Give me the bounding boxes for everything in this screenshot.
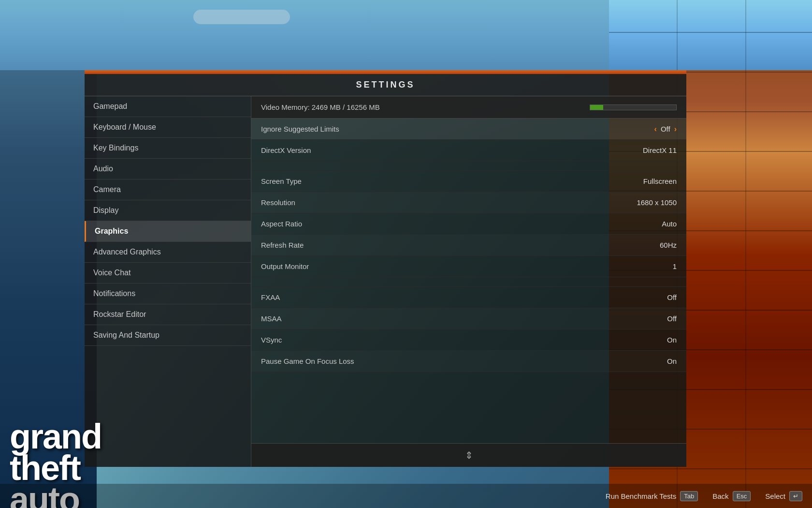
setting-spacer-1 bbox=[251, 161, 686, 171]
sidebar-item-display[interactable]: Display bbox=[85, 200, 251, 221]
setting-row-pause-game-focus-loss[interactable]: Pause Game On Focus Loss On bbox=[251, 351, 686, 372]
settings-panel: SETTINGS Gamepad Keyboard / Mouse Key Bi… bbox=[85, 70, 686, 467]
sidebar-item-notifications[interactable]: Notifications bbox=[85, 284, 251, 304]
arrow-right-icon[interactable]: › bbox=[674, 125, 677, 134]
back-action[interactable]: Back Esc bbox=[712, 491, 751, 501]
sidebar-item-voice-chat[interactable]: Voice Chat bbox=[85, 263, 251, 284]
select-key: ↵ bbox=[789, 491, 802, 501]
setting-label-vsync: VSync bbox=[261, 336, 282, 344]
setting-value-fxaa: Off bbox=[667, 293, 677, 301]
title-content: SETTINGS bbox=[85, 74, 686, 96]
setting-label-resolution: Resolution bbox=[261, 198, 295, 207]
sidebar-item-rockstar-editor[interactable]: Rockstar Editor bbox=[85, 304, 251, 325]
memory-fill bbox=[590, 105, 603, 110]
ignore-limits-value: Off bbox=[661, 125, 670, 133]
settings-content: Video Memory: 2469 MB / 16256 MB Ignore … bbox=[251, 96, 686, 467]
setting-label-screen-type: Screen Type bbox=[261, 177, 302, 185]
sidebar-item-graphics[interactable]: Graphics bbox=[85, 221, 251, 242]
setting-value-pause-game-focus-loss: On bbox=[667, 357, 677, 365]
back-label: Back bbox=[712, 492, 728, 500]
arrow-left-icon[interactable]: ‹ bbox=[654, 125, 657, 134]
sidebar-item-audio[interactable]: Audio bbox=[85, 159, 251, 179]
setting-row-ignore-suggested-limits[interactable]: Ignore Suggested Limits ‹ Off › bbox=[251, 119, 686, 140]
sidebar-item-gamepad[interactable]: Gamepad bbox=[85, 96, 251, 117]
setting-row-output-monitor[interactable]: Output Monitor 1 bbox=[251, 256, 686, 277]
content-area: Gamepad Keyboard / Mouse Key Bindings Au… bbox=[85, 96, 686, 467]
setting-label-fxaa: FXAA bbox=[261, 293, 280, 301]
run-benchmark-action[interactable]: Run Benchmark Tests Tab bbox=[606, 491, 698, 501]
setting-value-aspect-ratio: Auto bbox=[662, 220, 677, 228]
title-bar-accent bbox=[85, 70, 686, 74]
setting-label-pause-game-focus-loss: Pause Game On Focus Loss bbox=[261, 357, 354, 365]
setting-label-ignore-suggested-limits: Ignore Suggested Limits bbox=[261, 125, 339, 133]
memory-progress-bar bbox=[590, 105, 677, 110]
sidebar-item-advanced-graphics[interactable]: Advanced Graphics bbox=[85, 242, 251, 263]
setting-value-ignore-suggested-limits: ‹ Off › bbox=[654, 125, 677, 134]
settings-title: SETTINGS bbox=[356, 80, 415, 90]
sidebar-item-key-bindings[interactable]: Key Bindings bbox=[85, 138, 251, 159]
run-benchmark-key: Tab bbox=[680, 491, 698, 501]
setting-value-output-monitor: 1 bbox=[673, 262, 677, 270]
setting-label-directx-version: DirectX Version bbox=[261, 146, 311, 154]
scroll-arrows-icon: ⇕ bbox=[465, 449, 473, 461]
setting-row-vsync[interactable]: VSync On bbox=[251, 329, 686, 351]
setting-label-refresh-rate: Refresh Rate bbox=[261, 241, 304, 249]
run-benchmark-label: Run Benchmark Tests bbox=[606, 492, 676, 500]
setting-value-directx-version: DirectX 11 bbox=[643, 146, 677, 154]
sidebar-item-keyboard-mouse[interactable]: Keyboard / Mouse bbox=[85, 117, 251, 138]
select-action[interactable]: Select ↵ bbox=[765, 491, 802, 501]
setting-row-aspect-ratio[interactable]: Aspect Ratio Auto bbox=[251, 213, 686, 235]
setting-value-vsync: On bbox=[667, 336, 677, 344]
bottom-bar: Run Benchmark Tests Tab Back Esc Select … bbox=[0, 484, 812, 508]
sidebar: Gamepad Keyboard / Mouse Key Bindings Au… bbox=[85, 96, 251, 467]
setting-value-screen-type: Fullscreen bbox=[643, 177, 677, 185]
setting-row-directx-version[interactable]: DirectX Version DirectX 11 bbox=[251, 140, 686, 161]
setting-spacer-2 bbox=[251, 277, 686, 287]
setting-label-aspect-ratio: Aspect Ratio bbox=[261, 220, 302, 228]
scroll-indicator: ⇕ bbox=[251, 443, 686, 467]
setting-row-fxaa[interactable]: FXAA Off bbox=[251, 287, 686, 308]
setting-label-msaa: MSAA bbox=[261, 314, 282, 323]
back-key: Esc bbox=[733, 491, 751, 501]
setting-label-output-monitor: Output Monitor bbox=[261, 262, 309, 270]
setting-row-refresh-rate[interactable]: Refresh Rate 60Hz bbox=[251, 235, 686, 256]
setting-row-screen-type[interactable]: Screen Type Fullscreen bbox=[251, 171, 686, 192]
setting-row-resolution[interactable]: Resolution 812 x 508 bbox=[251, 192, 686, 213]
select-label: Select bbox=[765, 492, 785, 500]
video-memory-bar: Video Memory: 2469 MB / 16256 MB bbox=[251, 96, 686, 119]
sidebar-item-saving-startup[interactable]: Saving And Startup bbox=[85, 325, 251, 346]
setting-value-resolution: 812 x 508 bbox=[637, 198, 677, 207]
setting-value-msaa: Off bbox=[667, 314, 677, 323]
sidebar-item-camera[interactable]: Camera bbox=[85, 179, 251, 200]
setting-row-msaa[interactable]: MSAA Off bbox=[251, 308, 686, 329]
video-memory-label: Video Memory: 2469 MB / 16256 MB bbox=[261, 103, 380, 111]
setting-value-refresh-rate: 60Hz bbox=[660, 241, 677, 249]
